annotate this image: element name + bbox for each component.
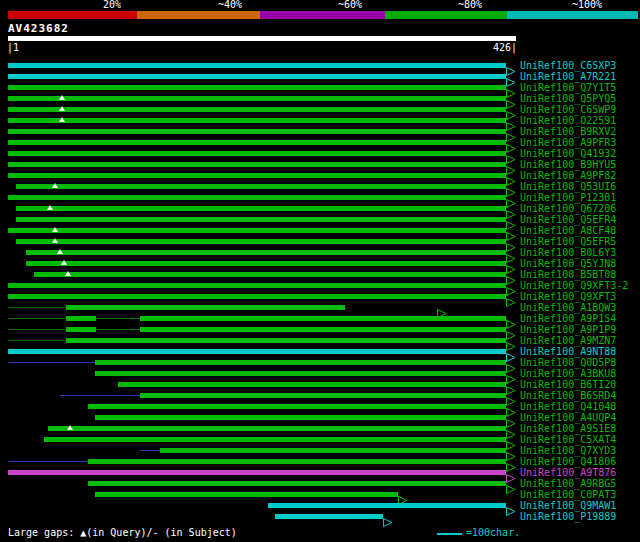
hit-row: UniRef100_B6SRD4	[0, 390, 640, 401]
hit-row: UniRef100_Q5YJN8	[0, 258, 640, 269]
hit-label: UniRef100_A9P1P9	[520, 324, 616, 335]
hit-row: UniRef100_A1BQW3	[0, 302, 640, 313]
strand-arrow-icon	[398, 490, 408, 499]
hit-row: UniRef100_P12301	[0, 192, 640, 203]
strand-arrow-icon	[506, 72, 516, 81]
alignment-segment	[88, 481, 506, 486]
hit-row: UniRef100_Q0D5P8	[0, 357, 640, 368]
score-key-label: ~80%	[458, 0, 482, 10]
score-key-segment-purple	[260, 11, 385, 19]
gap-marker-icon	[59, 95, 65, 100]
gap-marker-icon	[57, 249, 63, 254]
hit-row: UniRef100_Q41048	[0, 401, 640, 412]
alignment-segment	[8, 470, 506, 475]
alignment-segment	[8, 349, 506, 354]
hit-label: UniRef100_C5XAT4	[520, 434, 616, 445]
gap-marker-icon	[47, 205, 53, 210]
hit-label: UniRef100_Q5YJN8	[520, 258, 616, 269]
hit-label: UniRef100_A7R221	[520, 71, 616, 82]
strand-arrow-icon	[506, 149, 516, 158]
hit-row: UniRef100_A9RBG5	[0, 478, 640, 489]
strand-arrow-icon	[506, 83, 516, 92]
alignment-segment	[88, 459, 506, 464]
strand-arrow-icon	[506, 358, 516, 367]
alignment-segment	[8, 362, 95, 363]
hit-row: UniRef100_Q5EFR4	[0, 214, 640, 225]
hit-label: UniRef100_B5BT08	[520, 269, 616, 280]
strand-arrow-icon	[506, 391, 516, 400]
strand-arrow-icon	[506, 138, 516, 147]
alignment-segment	[160, 448, 506, 453]
hit-label: UniRef100_Q9MAW1	[520, 500, 616, 511]
alignment-segment	[8, 151, 506, 156]
hit-row: UniRef100_P19889	[0, 511, 640, 522]
alignment-segment	[8, 318, 66, 319]
gap-marker-icon	[52, 238, 58, 243]
hit-row: UniRef100_A9T876	[0, 467, 640, 478]
hit-row: UniRef100_C6SWP9	[0, 104, 640, 115]
alignment-segment	[16, 206, 506, 211]
alignment-segment	[140, 393, 506, 398]
alignment-segment	[8, 340, 66, 341]
alignment-segment	[48, 426, 506, 431]
strand-arrow-icon	[506, 204, 516, 213]
strand-arrow-icon	[506, 446, 516, 455]
strand-arrow-icon	[437, 303, 447, 312]
hit-row: UniRef100_Q41806	[0, 456, 640, 467]
gap-marker-icon	[61, 260, 67, 265]
strand-arrow-icon	[506, 270, 516, 279]
alignment-segment	[8, 107, 506, 112]
gap-marker-icon	[59, 117, 65, 122]
hit-row: UniRef100_O22591	[0, 115, 640, 126]
alignment-segment	[8, 195, 506, 200]
alignment-segment	[8, 63, 506, 68]
strand-arrow-icon	[506, 435, 516, 444]
hit-label: UniRef100_Q7Y1T5	[520, 82, 616, 93]
strand-arrow-icon	[506, 105, 516, 114]
strand-arrow-icon	[506, 182, 516, 191]
strand-arrow-icon	[383, 512, 393, 521]
alignment-segment	[8, 294, 506, 299]
hit-row: UniRef100_A9MZN7	[0, 335, 640, 346]
hit-row: UniRef100_Q7XYD3	[0, 445, 640, 456]
strand-arrow-icon	[506, 248, 516, 257]
gap-marker-icon	[52, 183, 58, 188]
alignment-segment	[16, 184, 506, 189]
hit-label: UniRef100_Q5EFR5	[520, 236, 616, 247]
alignment-segment	[8, 129, 506, 134]
hit-label: UniRef100_Q5PYQ5	[520, 93, 616, 104]
alignment-segment	[8, 85, 506, 90]
alignment-segment	[66, 305, 345, 310]
hit-label: UniRef100_Q9XFT3-2	[520, 280, 628, 291]
strand-arrow-icon	[506, 468, 516, 477]
alignment-segment	[44, 437, 506, 442]
hit-row: UniRef100_A3BKU8	[0, 368, 640, 379]
alignment-segment	[8, 461, 88, 462]
strand-arrow-icon	[506, 193, 516, 202]
hit-label: UniRef100_Q67206	[520, 203, 616, 214]
hit-row: UniRef100_B6TI20	[0, 379, 640, 390]
hit-row: UniRef100_B5BT08	[0, 269, 640, 280]
alignment-segment	[140, 450, 160, 451]
strand-arrow-icon	[506, 259, 516, 268]
strand-arrow-icon	[506, 380, 516, 389]
gaps-legend: Large gaps: ▲(in Query)/- (in Subject)	[8, 527, 237, 539]
hit-label: UniRef100_B6SRD4	[520, 390, 616, 401]
score-key-label: 20%	[103, 0, 121, 10]
strand-arrow-icon	[506, 61, 516, 70]
strand-arrow-icon	[506, 94, 516, 103]
alignment-segment	[118, 382, 506, 387]
hit-label: UniRef100_Q5EFR4	[520, 214, 616, 225]
alignment-segment	[16, 239, 506, 244]
strand-arrow-icon	[506, 292, 516, 301]
hit-label: UniRef100_Q0D5P8	[520, 357, 616, 368]
hit-row: UniRef100_Q7Y1T5	[0, 82, 640, 93]
alignment-segment	[95, 415, 506, 420]
strand-arrow-icon	[506, 325, 516, 334]
alignment-segment	[8, 173, 506, 178]
hit-row: UniRef100_B9RXV2	[0, 126, 640, 137]
hit-label: UniRef100_A1BQW3	[520, 302, 616, 313]
strand-arrow-icon	[506, 369, 516, 378]
hit-row: UniRef100_Q9MAW1	[0, 500, 640, 511]
query-ruler-bar	[8, 36, 516, 41]
